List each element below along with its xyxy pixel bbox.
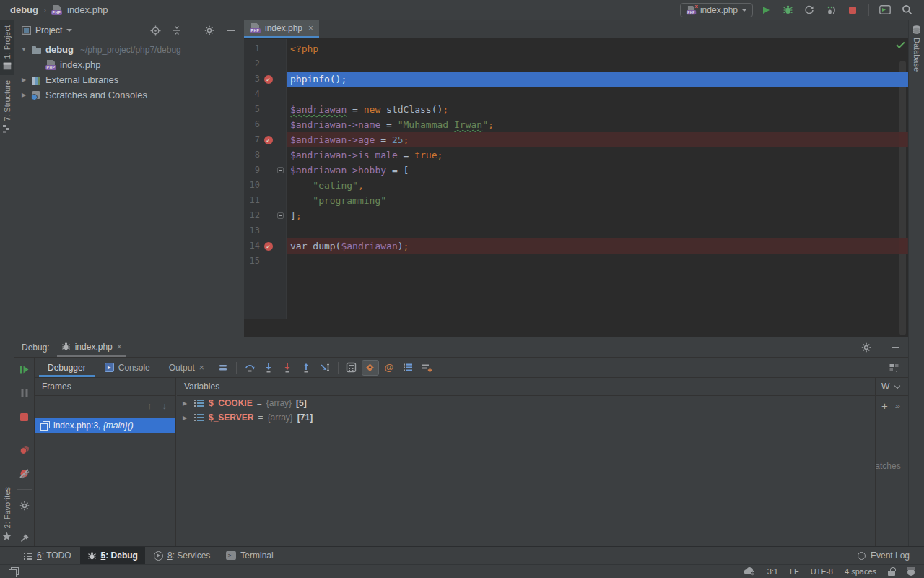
more-actions-button[interactable]: » xyxy=(895,400,899,411)
code-text[interactable]: "eating", xyxy=(287,178,908,193)
indent-widget[interactable]: 4 spaces xyxy=(845,567,876,576)
start-listening-debug-button[interactable] xyxy=(822,2,840,18)
tool-stripe-structure[interactable]: 7: Structure xyxy=(0,75,14,138)
stop-button[interactable] xyxy=(16,410,33,426)
tool-window-switcher-icon[interactable] xyxy=(9,567,17,576)
run-configuration-select[interactable]: PHPx index.php xyxy=(680,3,753,17)
frame-up-button[interactable]: ↑ xyxy=(147,400,152,411)
tree-item-index-php[interactable]: PHPindex.php xyxy=(14,57,244,72)
break-at-first-line-toggle[interactable] xyxy=(362,360,379,376)
code-line[interactable]: 13 xyxy=(244,223,908,238)
breadcrumb-project[interactable]: debug xyxy=(10,4,38,15)
debug-settings-button[interactable] xyxy=(858,340,875,355)
watches-header[interactable]: W xyxy=(876,378,908,396)
scrollbar-breakpoint-mark[interactable] xyxy=(899,238,907,254)
fold-marker-icon[interactable] xyxy=(277,167,284,173)
code-text[interactable] xyxy=(287,56,908,72)
code-editor[interactable]: 1<?php23✓phpinfo();45$andriawan = new st… xyxy=(244,39,908,337)
fold-marker-icon[interactable] xyxy=(277,212,284,219)
gutter-space[interactable] xyxy=(261,223,275,238)
code-line[interactable]: 1<?php xyxy=(244,41,908,56)
frame-row-selected[interactable]: index.php:3, {main}() xyxy=(35,418,175,433)
code-text[interactable]: $andriawan = new stdClass(); xyxy=(287,102,908,117)
breakpoint-icon[interactable]: ✓ xyxy=(264,136,273,144)
mute-breakpoints-button[interactable] xyxy=(16,465,33,481)
layout-settings-button[interactable] xyxy=(885,360,902,376)
tab-output[interactable]: Output × xyxy=(160,358,213,377)
gutter-space[interactable] xyxy=(261,41,275,56)
code-line[interactable]: 5$andriawan = new stdClass(); xyxy=(244,102,908,117)
line-separator-widget[interactable]: LF xyxy=(790,567,799,576)
code-line[interactable]: 3✓phpinfo(); xyxy=(244,72,908,87)
show-references-button[interactable]: @ xyxy=(380,360,398,376)
gutter-space[interactable] xyxy=(261,147,275,163)
gutter-space[interactable] xyxy=(261,178,275,193)
close-tab-icon[interactable]: × xyxy=(117,342,122,352)
locate-file-button[interactable] xyxy=(147,22,164,38)
threads-view-button[interactable] xyxy=(399,360,417,376)
code-line[interactable]: 12]; xyxy=(244,208,908,223)
run-anything-button[interactable] xyxy=(876,2,894,18)
step-over-button[interactable] xyxy=(241,360,258,376)
breadcrumb[interactable]: debug › PHP index.php xyxy=(0,4,108,15)
tool-window-todo[interactable]: 6: TODO xyxy=(16,547,79,564)
code-line[interactable]: 4 xyxy=(244,87,908,102)
tool-stripe-database[interactable]: Database xyxy=(909,20,924,77)
tool-window-services[interactable]: 8: Services xyxy=(147,547,217,564)
gutter-space[interactable] xyxy=(261,193,275,208)
close-tab-icon[interactable]: × xyxy=(199,363,204,373)
code-line[interactable]: 6$andriawan->name = "Muhammad Irwan"; xyxy=(244,117,908,132)
step-out-button[interactable] xyxy=(297,360,315,376)
resume-button[interactable] xyxy=(16,362,33,378)
code-text[interactable]: $andriawan->hobby = [ xyxy=(287,163,908,178)
project-settings-button[interactable] xyxy=(201,22,218,38)
gutter-space[interactable] xyxy=(261,56,275,72)
gutter-space[interactable] xyxy=(261,102,275,117)
tool-window-terminal[interactable]: >_ Terminal xyxy=(219,547,280,564)
code-line[interactable]: 10 "eating", xyxy=(244,178,908,193)
editor-tab-index-php[interactable]: PHP index.php × xyxy=(244,20,319,38)
gutter-space[interactable] xyxy=(261,87,275,102)
tool-stripe-favorites[interactable]: 2: Favorites xyxy=(0,482,14,546)
code-text[interactable]: $andriawan->name = "Muhammad Irwan"; xyxy=(287,117,908,132)
fold-gutter[interactable] xyxy=(275,163,287,178)
code-text[interactable]: phpinfo(); xyxy=(287,72,908,87)
code-line[interactable]: 7✓$andriawan->age = 25; xyxy=(244,132,908,147)
stop-button[interactable] xyxy=(844,2,861,18)
breakpoint-gutter[interactable]: ✓ xyxy=(261,238,275,254)
hide-panel-button[interactable] xyxy=(222,22,240,38)
search-everywhere-button[interactable] xyxy=(898,2,915,18)
scrollbar-breakpoint-mark[interactable] xyxy=(899,132,907,147)
inspection-profile-icon[interactable] xyxy=(907,567,915,576)
gutter-space[interactable] xyxy=(261,163,275,178)
tree-item-scratches-and-consoles[interactable]: ▶Scratches and Consoles xyxy=(14,87,244,103)
expand-icon[interactable]: ▶ xyxy=(183,415,190,421)
event-log-button[interactable]: Event Log xyxy=(858,551,924,561)
show-execution-point-button[interactable] xyxy=(214,360,232,376)
code-line[interactable]: 14✓var_dump($andriawan); xyxy=(244,238,908,254)
breakpoint-gutter[interactable]: ✓ xyxy=(261,72,275,87)
breakpoint-icon[interactable]: ✓ xyxy=(264,75,273,84)
expand-icon[interactable]: ▶ xyxy=(183,400,190,407)
tree-expand-icon[interactable]: ▼ xyxy=(20,46,27,53)
breakpoint-gutter[interactable]: ✓ xyxy=(261,132,275,147)
code-text[interactable]: $andriawan->age = 25; xyxy=(287,132,908,147)
tree-expand-icon[interactable]: ▶ xyxy=(20,92,27,98)
code-line[interactable]: 15 xyxy=(244,254,908,269)
cloud-sync-icon[interactable] xyxy=(744,567,756,576)
evaluate-expression-button[interactable] xyxy=(343,360,360,376)
code-text[interactable]: <?php xyxy=(287,41,908,56)
run-to-cursor-button[interactable] xyxy=(316,360,334,376)
tab-console[interactable]: ▸ Console xyxy=(96,358,159,377)
code-text[interactable] xyxy=(287,254,908,269)
tab-debugger[interactable]: Debugger xyxy=(39,358,95,377)
tree-item-debug[interactable]: ▼debug~/php_project/php7/debug xyxy=(14,42,244,57)
code-line[interactable]: 2 xyxy=(244,56,908,72)
pin-tab-button[interactable] xyxy=(16,530,33,546)
view-breakpoints-button[interactable] xyxy=(16,442,33,458)
run-with-coverage-button[interactable] xyxy=(801,2,818,18)
tool-window-debug[interactable]: 5: Debug xyxy=(80,547,145,564)
gutter-space[interactable] xyxy=(261,254,275,269)
code-text[interactable]: $andriawan->is_male = true; xyxy=(287,147,908,163)
variable-row-server[interactable]: ▶$_SERVER = {array} [71] xyxy=(177,410,875,425)
